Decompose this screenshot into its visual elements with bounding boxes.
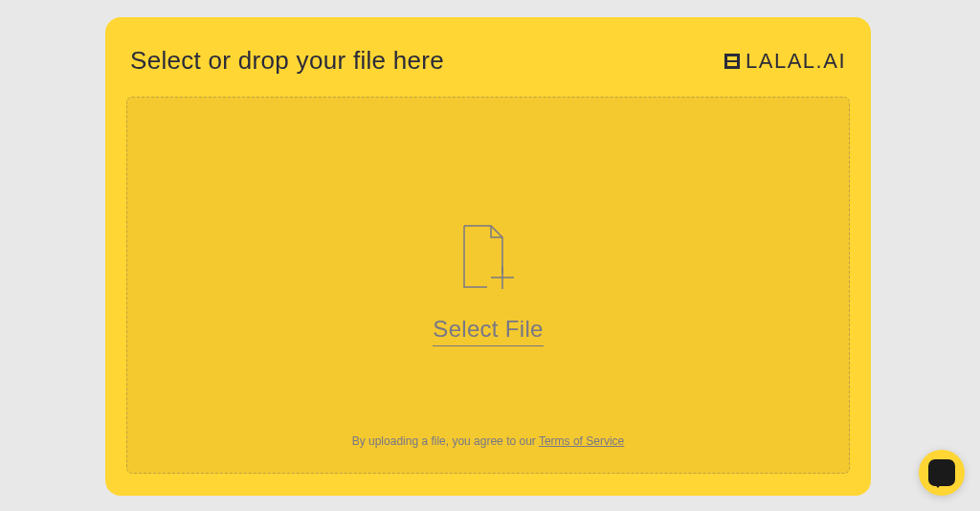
chat-widget-button[interactable]	[919, 450, 965, 496]
select-file-button[interactable]: Select File	[433, 316, 543, 346]
terms-prefix: By uploading a file, you agree to our	[352, 434, 539, 448]
terms-of-service-link[interactable]: Terms of Service	[539, 434, 624, 448]
page-title: Select or drop your file here	[130, 46, 444, 76]
file-dropzone[interactable]: Select File By uploading a file, you agr…	[126, 97, 850, 474]
terms-text: By uploading a file, you agree to our Te…	[127, 434, 849, 448]
brand-logo[interactable]: LALAL.AI	[724, 49, 846, 74]
brand-logo-text: LALAL.AI	[746, 49, 846, 74]
chat-icon	[928, 459, 955, 486]
header: Select or drop your file here LALAL.AI	[105, 17, 871, 93]
upload-card: Select or drop your file here LALAL.AI S…	[105, 17, 871, 496]
brand-logo-icon	[724, 54, 740, 69]
file-add-icon	[458, 224, 518, 295]
